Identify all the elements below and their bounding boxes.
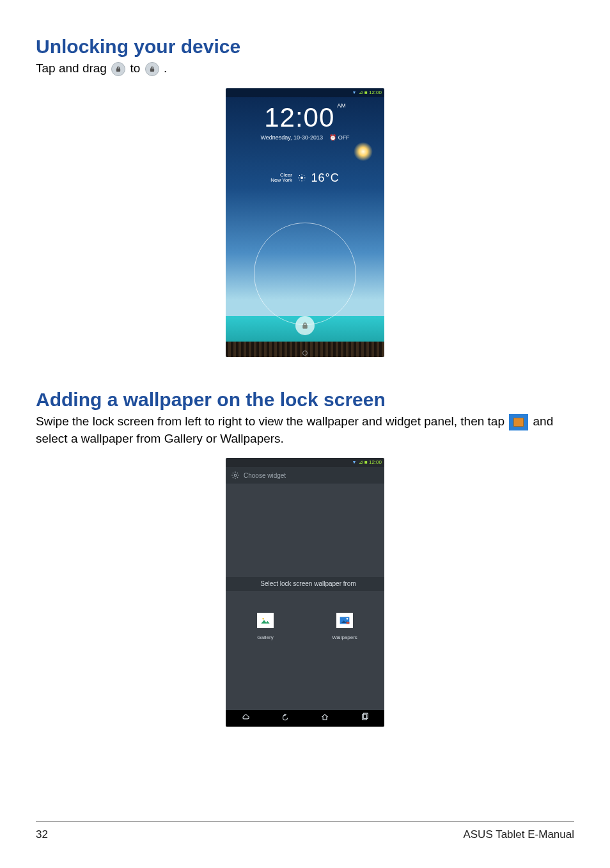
wallpaper-tile-icon [509, 414, 528, 430]
gallery-icon [257, 613, 274, 628]
select-wallpaper-label: Select lock screen wallpaper from [226, 577, 384, 591]
signal-icon: ⊿ [359, 459, 364, 465]
section-wallpaper: Adding a wallpaper on the lock screen Sw… [36, 389, 574, 730]
clock-widget: 12:00AM Wednesday, 10-30-2013 ⏰ OFF [226, 102, 384, 141]
wifi-icon: ▾ [353, 90, 356, 95]
clock-date: Wednesday, 10-30-2013 ⏰ OFF [226, 134, 384, 141]
svg-point-14 [262, 618, 264, 620]
option-wallpapers-label: Wallpapers [332, 635, 357, 640]
signal-icon: ⊿ [359, 90, 364, 95]
weather-city: Clear New York [270, 173, 292, 183]
wallpaper-options: Gallery Wallpapers [226, 591, 384, 661]
status-time: 12:00 [369, 90, 382, 95]
alarm-off: ⏰ OFF [329, 134, 350, 141]
text-fragment: to [130, 61, 143, 75]
option-gallery-label: Gallery [257, 635, 273, 640]
battery-icon: ■ [364, 90, 369, 95]
svg-line-10 [304, 175, 304, 176]
wifi-icon: ▾ [353, 459, 356, 465]
status-time: 12:00 [369, 459, 382, 465]
book-title: ASUS Tablet E-Manual [463, 828, 574, 841]
status-bar: ▾ ⊿ ■ 12:00 [226, 88, 384, 97]
weather-city-name: New York [270, 177, 292, 183]
page-footer: 32 ASUS Tablet E-Manual [36, 821, 574, 841]
heading-unlocking: Unlocking your device [36, 36, 574, 58]
svg-line-9 [299, 180, 300, 180]
phone-lockscreen: ▾ ⊿ ■ 12:00 12:00AM Wednesday, 10-30-201… [226, 88, 384, 357]
lockscreen-figure: ▾ ⊿ ■ 12:00 12:00AM Wednesday, 10-30-201… [36, 88, 574, 359]
clock-time: 12:00 [264, 102, 334, 133]
unlock-instruction: Tap and drag to . [36, 60, 574, 77]
nav-indicator [302, 351, 308, 356]
lock-drag-handle[interactable] [295, 316, 315, 335]
unlock-ring[interactable] [254, 223, 356, 325]
svg-line-7 [299, 175, 300, 176]
wallpaper-instruction: Swipe the lock screen from left to right… [36, 413, 574, 447]
clock-ampm: AM [337, 102, 346, 109]
svg-rect-1 [150, 69, 153, 72]
battery-icon: ■ [364, 459, 369, 465]
option-wallpapers[interactable]: Wallpapers [305, 591, 384, 661]
svg-point-2 [301, 177, 303, 179]
choose-widget-bar[interactable]: Choose widget [226, 467, 384, 484]
text-fragment: Tap and drag [36, 61, 110, 75]
wallpapers-icon [336, 613, 353, 628]
weather-temp: 16°C [311, 171, 340, 185]
nav-recent-icon[interactable] [360, 713, 369, 724]
nav-home-icon[interactable] [320, 713, 329, 724]
gear-icon [231, 471, 240, 480]
svg-point-12 [234, 475, 237, 477]
option-gallery[interactable]: Gallery [226, 591, 305, 661]
page-number: 32 [36, 828, 48, 841]
phone-wallpaper-panel: ▾ ⊿ ■ 12:00 Choose widget Select lock sc… [226, 458, 384, 727]
svg-line-8 [304, 180, 304, 180]
date-text: Wednesday, 10-30-2013 [260, 134, 323, 141]
status-bar: ▾ ⊿ ■ 12:00 [226, 458, 384, 467]
text-fragment: . [164, 61, 167, 75]
nav-back-icon[interactable] [281, 713, 290, 724]
choose-widget-label: Choose widget [244, 472, 286, 479]
svg-rect-11 [303, 325, 307, 328]
text-fragment: Swipe the lock screen from left to right… [36, 414, 508, 428]
svg-rect-20 [347, 622, 350, 624]
heading-wallpaper: Adding a wallpaper on the lock screen [36, 389, 574, 411]
nav-cloud-icon[interactable] [241, 713, 250, 724]
wallpaper-panel-figure: ▾ ⊿ ■ 12:00 Choose widget Select lock sc… [36, 458, 574, 729]
weather-sun-icon [298, 174, 306, 182]
svg-rect-0 [117, 69, 120, 72]
weather-widget: Clear New York 16°C [226, 171, 384, 185]
lock-open-icon [145, 62, 159, 76]
manual-page: Unlocking your device Tap and drag to . [0, 0, 610, 868]
svg-point-19 [347, 618, 348, 620]
android-navbar [226, 710, 384, 727]
sun-icon [354, 142, 373, 161]
lock-closed-icon [111, 62, 125, 76]
